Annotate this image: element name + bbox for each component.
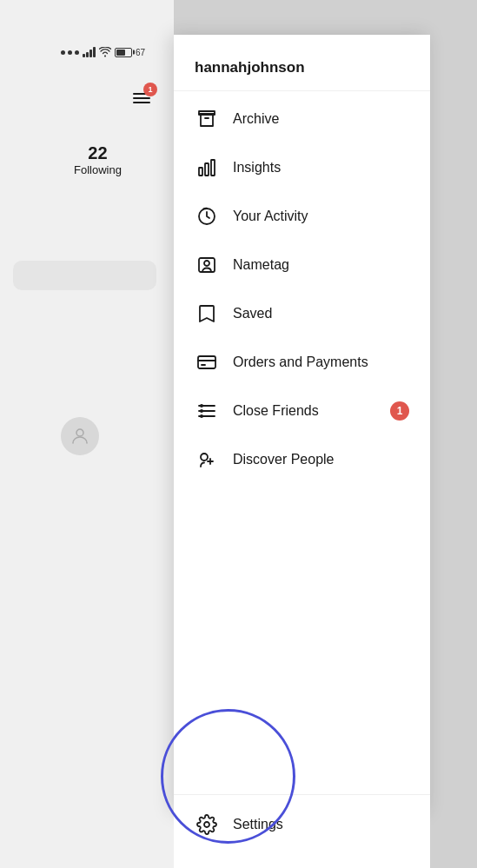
archive-label: Archive — [233, 111, 279, 127]
svg-rect-2 — [205, 163, 209, 176]
following-stat[interactable]: 22 Following — [74, 143, 122, 176]
menu-item-saved[interactable]: Saved — [174, 289, 430, 338]
menu-item-archive[interactable]: Archive — [174, 95, 430, 143]
orders-payments-label: Orders and Payments — [233, 354, 368, 370]
menu-item-discover-people[interactable]: Discover People — [174, 435, 430, 484]
signal-bars — [83, 47, 96, 57]
insights-label: Insights — [233, 160, 281, 176]
background-profile: 67 1 22 Following — [0, 0, 174, 868]
svg-point-12 — [200, 409, 203, 413]
your-activity-label: Your Activity — [233, 209, 308, 224]
menu-item-nametag[interactable]: Nametag — [174, 241, 430, 289]
svg-point-15 — [204, 822, 209, 827]
insights-icon — [195, 156, 219, 180]
menu-item-insights[interactable]: Insights — [174, 143, 430, 192]
person-avatar-placeholder — [61, 417, 99, 455]
saved-icon — [195, 301, 219, 326]
following-label: Following — [74, 163, 122, 176]
archive-icon — [195, 107, 219, 131]
discover-people-label: Discover People — [233, 452, 335, 467]
panel-header: hannahjohnson — [174, 35, 430, 91]
wifi-icon — [99, 47, 111, 57]
menu-item-orders-payments[interactable]: Orders and Payments — [174, 338, 430, 387]
svg-point-13 — [200, 414, 203, 418]
saved-label: Saved — [233, 306, 272, 321]
svg-point-14 — [201, 454, 208, 461]
svg-point-0 — [76, 429, 83, 436]
close-friends-label: Close Friends — [233, 403, 319, 419]
settings-icon — [195, 812, 219, 837]
svg-rect-7 — [198, 356, 215, 368]
search-bar-placeholder — [13, 261, 156, 290]
menu-item-close-friends[interactable]: Close Friends 1 — [174, 387, 430, 435]
menu-item-settings[interactable]: Settings — [195, 812, 409, 837]
nametag-icon — [195, 253, 219, 277]
svg-point-6 — [204, 261, 209, 266]
menu-item-your-activity[interactable]: Your Activity — [174, 192, 430, 241]
signal-dots — [61, 50, 79, 55]
status-bar: 67 — [61, 42, 182, 63]
svg-point-11 — [200, 404, 203, 407]
settings-label: Settings — [233, 817, 283, 832]
activity-icon — [195, 204, 219, 229]
discover-icon — [195, 447, 219, 472]
menu-list: Archive Insights Your Acti — [174, 91, 430, 487]
settings-area: Settings — [174, 794, 430, 868]
nametag-label: Nametag — [233, 257, 289, 273]
battery-text: 67 — [136, 48, 145, 57]
username: hannahjohnson — [195, 59, 305, 76]
svg-rect-3 — [211, 160, 215, 176]
menu-badge: 1 — [143, 83, 157, 96]
menu-icon-button[interactable]: 1 — [126, 83, 157, 114]
close-friends-icon — [195, 399, 219, 423]
battery-icon — [115, 48, 132, 57]
slide-panel: hannahjohnson Archive — [174, 35, 430, 812]
payments-icon — [195, 350, 219, 374]
close-friends-badge: 1 — [390, 401, 409, 421]
svg-rect-1 — [199, 168, 202, 176]
following-count: 22 — [74, 143, 122, 163]
